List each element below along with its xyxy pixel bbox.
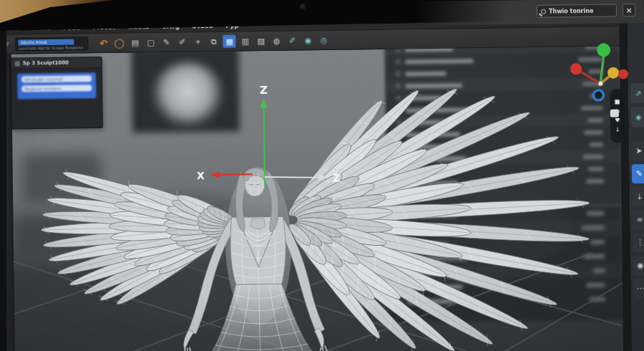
target-icon[interactable]: ⌖ <box>192 35 205 48</box>
photo-of-monitor: Z X Z TecoTwseFoseMecorRestsClwgStacoFyp… <box>0 0 644 351</box>
navigation-gizmo[interactable] <box>566 37 639 122</box>
search-text: Thwio tonrine <box>549 7 594 14</box>
pen-tool-button[interactable]: ✎ <box>631 164 644 183</box>
sphere-tool-button[interactable]: ◉ <box>633 256 644 275</box>
viewport-mode-button <box>610 110 619 117</box>
coordinate-field-subtext: Lanchobi Abcrlo Sciaps Resporce <box>19 45 84 50</box>
close-button[interactable]: × <box>623 4 635 16</box>
screen-alt-icon[interactable]: ▥ <box>239 34 252 47</box>
selected-list-item[interactable]: Amshobil csiemot Reqeszo brsiders <box>17 72 96 99</box>
search-icon <box>541 9 546 14</box>
selected-item-line: Reqeszo brsiders <box>21 85 92 92</box>
coordinate-field[interactable]: Abcrlo Amot Lanchobi Abcrlo Sciaps Respo… <box>16 37 89 51</box>
gizmo-x-axis-ball <box>570 63 582 74</box>
pen-dot-icon[interactable]: ✐ <box>176 35 189 48</box>
app-window: Z X Z TecoTwseFoseMecorRestsClwgStacoFyp… <box>0 14 644 351</box>
orb-icon[interactable]: ◉ <box>302 34 315 47</box>
points-tool-button[interactable]: ⋮ <box>632 233 644 252</box>
scene-objects-panel[interactable]: Sp 3 Sculpt1000 Amshobil csiemot Reqeszo… <box>11 57 103 130</box>
coordinate-field-selection[interactable]: Abcrlo Amot <box>19 39 74 45</box>
webcam-dot <box>300 4 306 10</box>
app-titlebar: Thwio tonrine × <box>416 0 644 26</box>
sphere-icon[interactable]: ◍ <box>270 34 283 47</box>
undo-icon[interactable]: ↶ <box>97 37 110 49</box>
frame-icon[interactable]: ▢ <box>145 36 157 49</box>
pen-icon[interactable]: ✎ <box>160 36 173 49</box>
panel-header-icon <box>15 61 20 66</box>
monitor-left-bezel <box>0 26 6 351</box>
search-box[interactable]: Thwio tonrine <box>537 4 617 17</box>
layers-icon[interactable]: ⧉ <box>208 35 220 48</box>
gizmo-camera-ring <box>593 90 603 100</box>
axis-label-left: X <box>197 170 205 181</box>
axis-label-right: Z <box>333 172 341 185</box>
redo-icon[interactable]: ◯ <box>113 37 126 49</box>
gizmo-x-neg-ball <box>618 69 628 79</box>
upload-icon[interactable]: ▤ <box>129 36 142 49</box>
scene-objects-header: Sp 3 Sculpt1000 <box>11 57 102 69</box>
more-tools-button[interactable]: ⋯ <box>633 279 644 298</box>
loop-tool-button[interactable]: ∞ <box>632 210 644 229</box>
texture-icon[interactable]: ▨ <box>255 34 268 47</box>
brush-icon[interactable]: ✐ <box>286 34 299 47</box>
panel-header-title: Sp 3 Sculpt1000 <box>23 60 69 67</box>
selected-item-line: Amshobil csiemot <box>21 75 92 82</box>
axis-label-up: Z <box>260 84 268 97</box>
select-tool-button[interactable]: ➤ <box>631 141 644 160</box>
cage-icon[interactable]: ◎ <box>318 34 331 47</box>
screen-icon[interactable]: ▦ <box>223 35 236 48</box>
gizmo-y-axis-ball <box>597 43 610 57</box>
arrow-down-icon[interactable]: ↓ <box>615 126 620 133</box>
pull-tool-button[interactable]: ⇣ <box>632 187 644 206</box>
